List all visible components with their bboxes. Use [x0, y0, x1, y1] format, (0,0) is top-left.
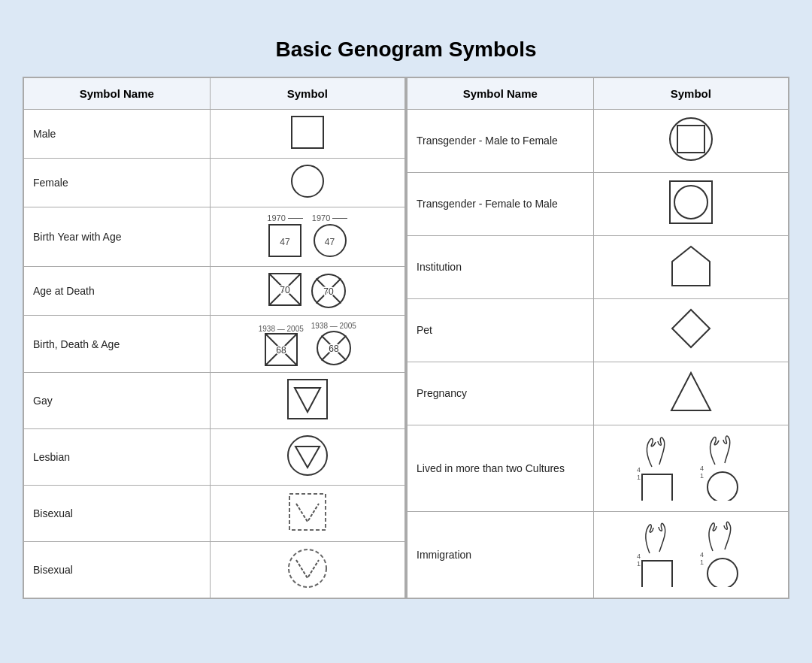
svg-text:70: 70: [323, 286, 334, 297]
row-symbol: [210, 429, 404, 486]
svg-point-22: [288, 436, 327, 475]
right-header-symbol: Symbol: [593, 78, 788, 110]
svg-marker-21: [295, 388, 320, 412]
immigration-container: 4 1 4 1: [603, 519, 779, 590]
row-symbol: [593, 110, 788, 173]
table-row: Transgender - Female to Male: [408, 172, 789, 235]
birth-death-male-sym: 68 68: [265, 333, 298, 366]
table-row: Birth Year with Age 1970 47: [24, 207, 405, 267]
immigration-male-svg: 4 1: [633, 519, 686, 587]
immigration-male: 4 1: [633, 519, 686, 590]
table-row: Male: [24, 110, 405, 159]
cultures-female: 4 1: [696, 433, 749, 504]
birth-death-male-svg: 68 68: [265, 333, 298, 366]
row-symbol: [210, 542, 404, 598]
left-header-symbol: Symbol: [210, 78, 404, 110]
table-row: Pet: [408, 298, 789, 362]
svg-marker-23: [295, 447, 320, 468]
row-name: Institution: [408, 235, 594, 298]
row-name: Pregnancy: [408, 362, 594, 425]
row-symbol: 4 1: [593, 425, 788, 511]
svg-rect-27: [677, 126, 704, 153]
table-row: Immigration 4 1: [408, 511, 789, 598]
row-symbol: [593, 235, 788, 298]
birth-age-female: 1970 47: [312, 213, 347, 260]
age-death-male-svg: 70 70: [268, 273, 301, 306]
svg-text:1: 1: [700, 472, 704, 480]
age-death-female-svg: 70 70: [311, 273, 347, 309]
dash-icon: [332, 218, 347, 219]
row-symbol: [593, 172, 788, 235]
birth-death-female: 1938 — 2005 68 68: [311, 322, 356, 366]
right-table: Symbol Name Symbol Transgender - Male to…: [407, 77, 789, 598]
age-death-container: 70 70 70 7: [220, 273, 395, 309]
row-name: Male: [24, 110, 211, 159]
birth-death-male-label: 1938 — 2005: [259, 325, 304, 333]
cultures-female-svg: 4 1: [696, 433, 749, 501]
table-row: Bisexual: [24, 486, 405, 542]
table-row: Lesbian: [24, 429, 405, 486]
table-row: Lived in more than two Cultures 4 1: [408, 425, 789, 511]
svg-point-26: [670, 118, 712, 160]
trans-m2f-symbol: [668, 117, 714, 162]
gay-symbol: [287, 379, 328, 419]
birth-death-container: 1938 — 2005 68 68: [220, 322, 395, 366]
row-symbol: 1938 — 2005 68 68: [210, 316, 404, 373]
svg-text:70: 70: [280, 285, 290, 295]
cultures-male: 4 1: [633, 433, 686, 504]
svg-rect-35: [642, 474, 672, 501]
trans-f2m-symbol: [668, 180, 714, 225]
table-row: Pregnancy: [408, 362, 789, 425]
row-symbol: [210, 486, 404, 542]
svg-text:1: 1: [700, 559, 704, 566]
row-name: Birth Year with Age: [24, 207, 211, 267]
birth-death-male: 1938 — 2005 68 68: [259, 325, 304, 366]
female-symbol: [291, 165, 324, 198]
row-symbol: 70 70 70 7: [210, 267, 404, 316]
birth-death-female-label: 1938 — 2005: [311, 322, 356, 330]
row-name: Lived in more than two Cultures: [408, 425, 594, 511]
immigration-female: 4 1: [696, 519, 749, 590]
svg-text:4: 4: [700, 551, 704, 559]
cultures-container: 4 1: [603, 433, 779, 504]
svg-text:4: 4: [637, 552, 641, 560]
svg-point-29: [674, 186, 707, 219]
table-row: Bisexual: [24, 542, 405, 598]
birth-age-number: 47: [325, 237, 335, 247]
svg-rect-24: [289, 494, 326, 530]
table-row: Birth, Death & Age 1938 — 2005: [24, 316, 405, 373]
bisexual-square-symbol: [287, 492, 328, 532]
svg-text:4: 4: [637, 466, 641, 474]
male-symbol: [291, 116, 324, 149]
row-name: Immigration: [408, 511, 594, 598]
svg-text:1: 1: [637, 560, 641, 568]
row-name: Lesbian: [24, 429, 211, 486]
row-symbol: 4 1 4 1: [593, 511, 788, 598]
row-name: Bisexual: [24, 486, 211, 542]
age-death-male: 70 70: [268, 273, 301, 306]
row-symbol: [210, 159, 404, 207]
pet-symbol: [668, 306, 714, 351]
bisexual-circle-symbol: [287, 548, 328, 589]
table-row: Gay: [24, 373, 405, 429]
table-row: Institution: [408, 235, 789, 298]
row-symbol: [210, 110, 404, 159]
table-row: Female: [24, 159, 405, 207]
age-death-female: 70 70: [311, 273, 347, 309]
left-table: Symbol Name Symbol Male Female: [23, 77, 405, 598]
table-row: Age at Death 70 70: [24, 267, 405, 316]
svg-marker-31: [672, 310, 710, 347]
row-name: Birth, Death & Age: [24, 316, 211, 373]
birth-square-wrapper: 47: [268, 224, 301, 260]
svg-marker-32: [671, 373, 710, 410]
row-name: Pet: [408, 298, 594, 362]
svg-text:68: 68: [329, 344, 339, 354]
birth-death-female-sym: 68 68: [316, 330, 352, 366]
birth-label-male: 1970: [267, 213, 302, 223]
svg-marker-30: [672, 247, 710, 286]
institution-symbol: [668, 243, 714, 288]
row-symbol: [210, 373, 404, 429]
row-symbol: [593, 298, 788, 362]
row-symbol: [593, 362, 788, 425]
row-name: Female: [24, 159, 211, 207]
